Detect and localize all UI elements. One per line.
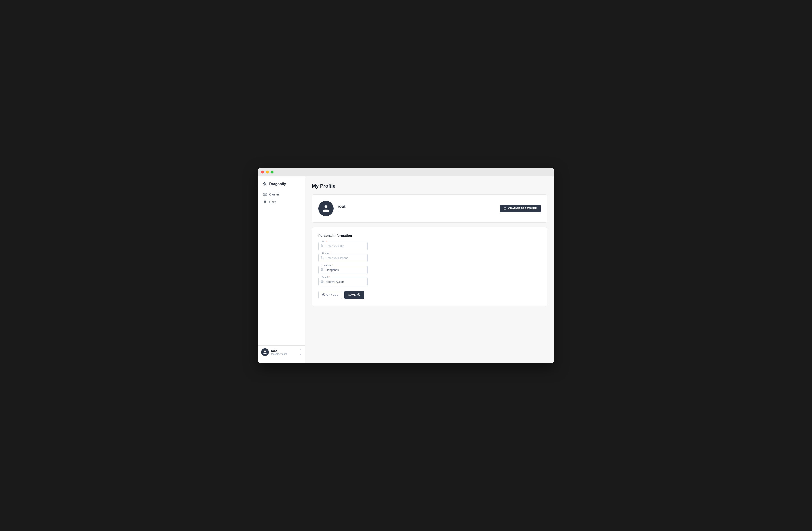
profile-subtitle: - bbox=[338, 209, 346, 213]
phone-input[interactable] bbox=[318, 254, 368, 262]
svg-rect-4 bbox=[265, 195, 266, 196]
location-input[interactable] bbox=[318, 266, 368, 274]
phone-label: Phone * bbox=[321, 252, 331, 255]
app-window: Dragonfly Cluster bbox=[258, 168, 554, 363]
svg-rect-3 bbox=[264, 195, 265, 196]
location-label: Location * bbox=[321, 264, 334, 267]
lock-icon bbox=[504, 207, 506, 210]
email-label: Email * bbox=[321, 276, 331, 279]
change-password-button[interactable]: CHANGE PASSWORD bbox=[500, 205, 541, 212]
personal-info-card: Personal Information Bio * bbox=[312, 227, 547, 306]
profile-info: root - bbox=[318, 201, 346, 216]
bio-field-wrapper: Bio * bbox=[318, 242, 368, 250]
phone-icon bbox=[321, 256, 323, 260]
svg-rect-8 bbox=[504, 208, 506, 209]
app-body: Dragonfly Cluster bbox=[258, 177, 554, 363]
profile-text: root - bbox=[338, 204, 346, 213]
footer-email: root@d7y.com bbox=[271, 353, 297, 355]
email-input[interactable] bbox=[318, 278, 368, 286]
svg-point-11 bbox=[322, 269, 322, 269]
maximize-button[interactable] bbox=[271, 170, 274, 173]
phone-field-wrapper: Phone * bbox=[318, 254, 368, 262]
bio-label: Bio * bbox=[321, 240, 328, 243]
svg-point-7 bbox=[324, 205, 328, 208]
dragonfly-icon bbox=[262, 182, 267, 186]
minimize-button[interactable] bbox=[266, 170, 269, 173]
svg-rect-2 bbox=[265, 193, 266, 194]
cancel-button[interactable]: CANCEL bbox=[318, 291, 342, 299]
email-icon bbox=[321, 280, 323, 284]
sidebar-user-label: User bbox=[269, 200, 276, 204]
sidebar-footer[interactable]: root root@d7y.com ⌃⌄ bbox=[258, 345, 305, 359]
svg-rect-1 bbox=[264, 193, 265, 194]
footer-info: root root@d7y.com bbox=[271, 349, 297, 355]
bio-required-indicator: * bbox=[325, 240, 327, 243]
form-actions: CANCEL SAVE bbox=[318, 291, 541, 299]
main-content: My Profile root - bbox=[305, 177, 554, 363]
sidebar: Dragonfly Cluster bbox=[258, 177, 305, 363]
location-field-wrapper: Location * bbox=[318, 266, 368, 274]
chevron-icon: ⌃⌄ bbox=[300, 349, 302, 355]
titlebar bbox=[258, 168, 554, 177]
form-grid: Bio * bbox=[318, 242, 368, 286]
footer-name: root bbox=[271, 349, 297, 353]
profile-card: root - CHANGE PASSWORD bbox=[312, 194, 547, 223]
save-label: SAVE bbox=[348, 293, 356, 296]
save-button[interactable]: SAVE bbox=[344, 291, 364, 299]
profile-username: root bbox=[338, 204, 346, 209]
cancel-label: CANCEL bbox=[327, 293, 338, 296]
bio-icon bbox=[321, 244, 323, 248]
section-title: Personal Information bbox=[318, 234, 541, 237]
sidebar-logo-text: Dragonfly bbox=[269, 182, 286, 186]
sidebar-logo: Dragonfly bbox=[258, 181, 305, 191]
phone-required-indicator: * bbox=[329, 252, 331, 255]
sidebar-cluster-label: Cluster bbox=[269, 193, 279, 196]
cluster-icon bbox=[263, 193, 267, 196]
close-button[interactable] bbox=[261, 170, 264, 173]
user-nav-icon bbox=[263, 200, 267, 204]
sidebar-item-user[interactable]: User bbox=[260, 198, 303, 206]
sidebar-item-cluster[interactable]: Cluster bbox=[260, 191, 303, 198]
bio-input[interactable] bbox=[318, 242, 368, 250]
location-icon bbox=[321, 268, 323, 272]
save-icon bbox=[357, 293, 360, 297]
profile-avatar bbox=[318, 201, 334, 216]
email-required-indicator: * bbox=[328, 276, 330, 279]
svg-point-6 bbox=[264, 351, 266, 352]
footer-avatar bbox=[261, 348, 269, 356]
svg-point-5 bbox=[264, 201, 265, 202]
page-title: My Profile bbox=[312, 183, 547, 189]
location-required-indicator: * bbox=[331, 264, 333, 267]
cancel-icon bbox=[322, 293, 325, 297]
change-password-label: CHANGE PASSWORD bbox=[508, 207, 537, 210]
sidebar-nav: Cluster User bbox=[258, 191, 305, 345]
email-field-wrapper: Email * bbox=[318, 278, 368, 286]
